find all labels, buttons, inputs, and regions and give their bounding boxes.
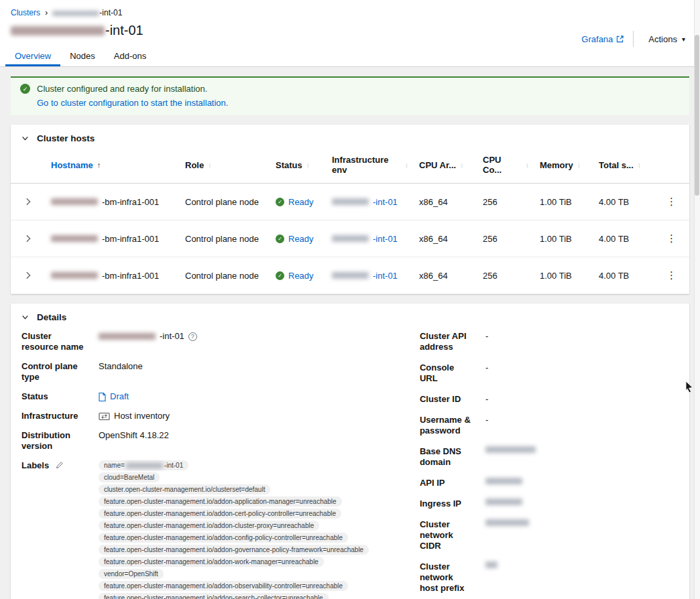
grafana-link[interactable]: Grafana [581,34,624,44]
status-cell: ✓ Ready [270,186,327,218]
field-label: Console URL [420,362,473,384]
field-control-plane-type: Control plane type Standalone [21,361,402,383]
role-cell: Control plane node [180,186,270,218]
alert-configuration-link[interactable]: Go to cluster configuration to start the… [37,98,228,108]
page-content: ✓ Cluster configured and ready for insta… [0,67,700,599]
infra-env-link[interactable]: -int-01 [373,271,398,281]
field-label: Cluster network CIDR [420,519,473,551]
status-link[interactable]: Ready [288,234,314,244]
status-link[interactable]: Ready [288,197,314,207]
actions-dropdown-button[interactable]: Actions ▾ [643,31,691,47]
field-value: -int-01 ? [99,331,402,342]
field-labels: Labels name=-int-01 cloud=BareMetal clus… [21,460,402,599]
vertical-scrollbar[interactable] [694,0,700,599]
field-base-dns-domain: Base DNS domain [420,446,679,468]
row-kebab-menu[interactable]: ⋮ [661,194,682,209]
column-header-hostname[interactable]: Hostname ↑ [46,156,180,178]
cluster-hosts-card: Cluster hosts Hostname ↑ Role ↕ Status ↕ [11,125,689,294]
cluster-hosts-collapse-toggle[interactable] [21,135,29,142]
field-value [485,561,679,568]
field-value [485,498,679,505]
help-icon[interactable]: ? [188,332,197,341]
field-label: Ingress IP [420,498,473,509]
status-cell: ✓ Ready [270,260,327,291]
column-header-status[interactable]: Status ↕ [270,156,327,178]
chevron-down-icon [21,135,29,142]
redacted-text [51,198,98,205]
caret-down-icon: ▾ [682,36,685,43]
label-chip: feature.open-cluster-management.io/addon… [99,593,329,599]
field-value [485,446,679,453]
memory-cell: 1.00 TiB [534,260,593,291]
memory-cell: 1.00 TiB [534,186,593,218]
chevron-right-icon [25,235,32,243]
infra-env-cell: -int-01 [327,223,414,255]
breadcrumb-clusters-link[interactable]: Clusters [11,8,40,17]
redacted-text [332,235,369,242]
infra-env-link[interactable]: -int-01 [373,197,398,207]
column-header-total-storage[interactable]: Total s... ↕ [593,156,654,178]
status-link[interactable]: Ready [288,271,314,281]
tab-bar: Overview Nodes Add-ons [0,46,700,67]
details-collapse-toggle[interactable] [21,314,29,321]
row-expand-toggle[interactable] [25,198,32,206]
field-label: Cluster API address [420,331,473,352]
field-status: Status Draft [21,391,402,402]
row-kebab-menu[interactable]: ⋮ [661,231,682,246]
redacted-text [51,235,98,242]
sort-icon: ↕ [526,161,529,169]
field-value: OpenShift 4.18.22 [99,430,402,441]
expand-column-header [11,161,46,173]
sort-icon: ↕ [460,161,463,169]
cpu-cores-cell: 256 [477,260,534,291]
host-row: -bm-infra1-001 Control plane node ✓ Read… [11,220,689,257]
cluster-hosts-section-title: Cluster hosts [37,133,95,143]
edit-pencil-icon[interactable] [56,461,64,469]
field-label: Cluster resource name [21,331,86,352]
column-header-cpu-arch[interactable]: CPU Ar... ↕ [414,156,477,178]
field-cluster-resource-name: Cluster resource name -int-01 ? [21,331,402,352]
tab-overview[interactable]: Overview [5,46,60,66]
row-expand-toggle[interactable] [25,271,32,279]
field-value: - [485,394,679,405]
label-chip: cluster.open-cluster-management.io/clust… [99,484,270,494]
ready-status-icon: ✓ [276,198,284,206]
cpu-arch-cell: x86_64 [414,260,477,291]
status-cell: ✓ Ready [270,223,327,255]
redacted-text [99,333,156,340]
total-storage-cell: 4.00 TB [593,223,654,255]
label-chip: feature.open-cluster-management.io/addon… [99,581,348,591]
divider [633,31,634,47]
chevron-right-icon [25,271,32,279]
field-console-url: Console URL - [420,362,679,384]
field-label: Distribution version [21,430,86,452]
label-chip: name=-int-01 [99,460,188,470]
sort-icon: ↕ [577,161,581,169]
redacted-text [332,198,369,205]
details-right-column: Cluster API address - Console URL - Clus… [420,331,679,599]
host-row: -bm-infra1-001 Control plane node ✓ Read… [11,257,689,294]
label-chip: feature.open-cluster-management.io/addon… [99,496,342,507]
field-value: Draft [99,391,402,402]
labels-chip-list: name=-int-01 cloud=BareMetal cluster.ope… [99,460,402,599]
cpu-cores-cell: 256 [477,223,534,255]
infra-env-link[interactable]: -int-01 [373,234,398,244]
host-inventory-icon [99,412,110,421]
tab-addons[interactable]: Add-ons [105,46,156,66]
tab-nodes[interactable]: Nodes [60,46,105,66]
field-username-password: Username & password - [420,415,679,436]
column-header-role[interactable]: Role ↕ [180,156,270,178]
breadcrumb: Clusters › -int-01 [0,8,700,17]
row-kebab-menu[interactable]: ⋮ [661,268,682,283]
field-cluster-api-address: Cluster API address - [420,331,679,352]
column-header-memory[interactable]: Memory ↕ [534,156,593,178]
redacted-text [126,463,163,468]
row-expand-toggle[interactable] [25,235,32,243]
label-chip: vendor=OpenShift [99,569,164,579]
status-draft-link[interactable]: Draft [110,391,129,402]
scrollbar-thumb[interactable] [695,35,699,196]
redacted-text [485,446,536,453]
column-header-infra-env[interactable]: Infrastructure env ↕ [327,151,414,183]
column-header-cpu-cores[interactable]: CPU Co... ↕ [477,151,534,183]
total-storage-cell: 4.00 TB [593,186,654,218]
